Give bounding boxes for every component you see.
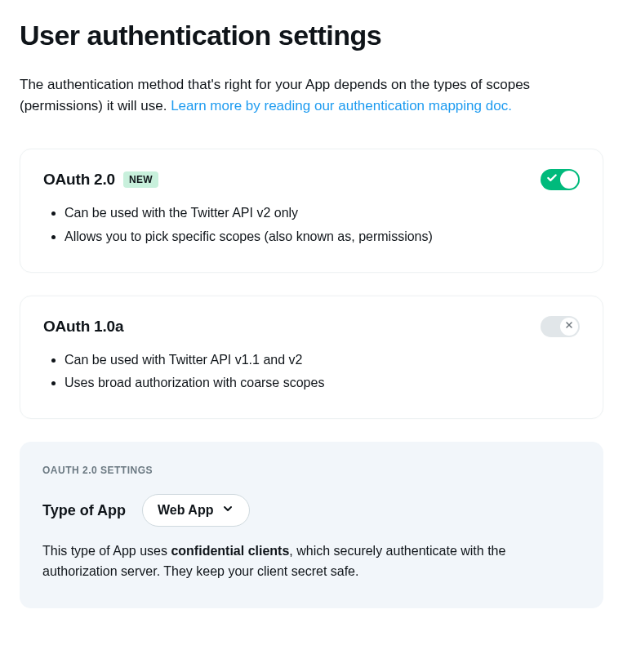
oauth2-settings-panel: OAUTH 2.0 SETTINGS Type of App Web App T… xyxy=(20,442,603,608)
list-item: Uses broad authorization with coarse sco… xyxy=(65,372,580,395)
list-item: Can be used with Twitter API v1.1 and v2 xyxy=(65,349,580,372)
oauth1-card: OAuth 1.0a Can be used with Twitter API … xyxy=(20,296,603,420)
toggle-knob xyxy=(560,318,578,336)
dropdown-selected: Web App xyxy=(158,503,213,518)
close-icon xyxy=(564,320,574,332)
oauth2-card-header: OAuth 2.0 NEW xyxy=(43,169,580,190)
oauth1-title-group: OAuth 1.0a xyxy=(43,318,123,336)
intro-link[interactable]: Learn more by reading our authentication… xyxy=(171,98,512,113)
page-title: User authentication settings xyxy=(20,20,603,51)
oauth2-features: Can be used with the Twitter API v2 only… xyxy=(65,202,580,249)
settings-description: This type of App uses confidential clien… xyxy=(42,541,581,582)
desc-bold: confidential clients xyxy=(171,544,289,558)
list-item: Can be used with the Twitter API v2 only xyxy=(65,202,580,225)
type-of-app-label: Type of App xyxy=(42,502,126,519)
desc-prefix: This type of App uses xyxy=(42,544,171,558)
oauth1-toggle[interactable] xyxy=(541,316,580,337)
oauth2-title-group: OAuth 2.0 NEW xyxy=(43,171,158,189)
oauth2-title: OAuth 2.0 xyxy=(43,171,115,189)
settings-section-label: OAUTH 2.0 SETTINGS xyxy=(42,465,581,476)
oauth2-card: OAuth 2.0 NEW Can be used with the Twitt… xyxy=(20,149,603,273)
oauth1-title: OAuth 1.0a xyxy=(43,318,123,336)
checkmark-icon xyxy=(546,172,558,187)
type-of-app-row: Type of App Web App xyxy=(42,494,581,527)
new-badge: NEW xyxy=(123,171,158,188)
oauth1-card-header: OAuth 1.0a xyxy=(43,316,580,337)
type-of-app-dropdown[interactable]: Web App xyxy=(142,494,250,527)
list-item: Allows you to pick specific scopes (also… xyxy=(65,225,580,249)
oauth1-features: Can be used with Twitter API v1.1 and v2… xyxy=(65,349,580,396)
chevron-down-icon xyxy=(221,502,234,518)
intro-paragraph: The authentication method that's right f… xyxy=(20,74,603,116)
toggle-knob xyxy=(560,171,578,189)
oauth2-toggle[interactable] xyxy=(541,169,580,190)
